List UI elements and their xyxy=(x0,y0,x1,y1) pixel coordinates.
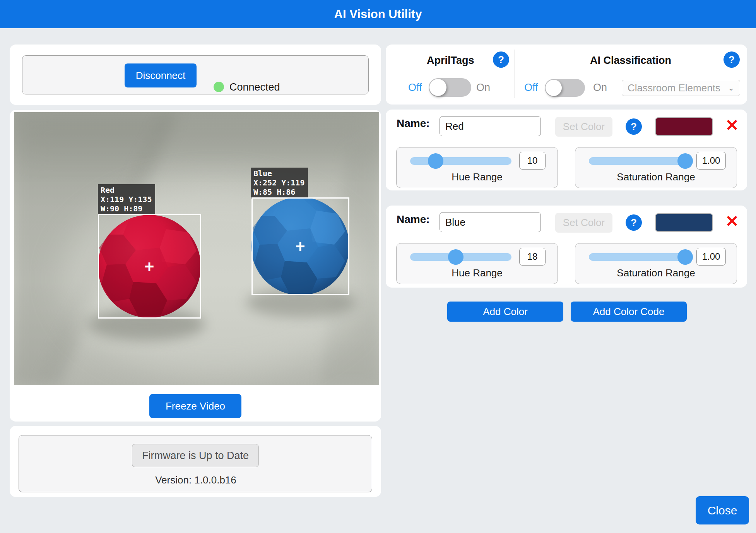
connection-panel: Disconnect Connected xyxy=(22,55,369,94)
disconnect-button[interactable]: Disconnect xyxy=(125,63,197,87)
apriltags-on-label: On xyxy=(476,82,490,94)
apriltags-title: AprilTags xyxy=(427,55,474,67)
color-name-input-blue[interactable] xyxy=(440,212,541,232)
detection-label-blue: Blue X:252 Y:119 W:85 H:86 xyxy=(251,168,308,199)
ai-classification-off-label: Off xyxy=(524,82,538,94)
name-label: Name: xyxy=(397,213,430,226)
saturation-range-value-blue[interactable] xyxy=(696,248,726,266)
page-title: AI Vision Utility xyxy=(334,7,422,21)
hue-range-group-red: Hue Range xyxy=(396,147,558,188)
delete-color-icon-blue[interactable]: ✕ xyxy=(723,212,741,231)
name-label: Name: xyxy=(397,117,430,130)
firmware-card: Firmware is Up to Date Version: 1.0.0.b1… xyxy=(10,426,381,497)
saturation-range-slider-blue[interactable] xyxy=(589,253,690,261)
model-select-value: Classroom Elements xyxy=(628,82,720,94)
apriltags-toggle-knob[interactable] xyxy=(429,79,446,96)
ai-classification-toggle[interactable] xyxy=(545,79,585,97)
hue-range-group-blue: Hue Range xyxy=(396,243,558,284)
detection-crosshair-red: + xyxy=(142,259,157,274)
hue-range-value-blue[interactable] xyxy=(519,248,546,266)
set-color-button-blue[interactable]: Set Color xyxy=(555,213,612,233)
detection-crosshair-blue: + xyxy=(292,238,308,254)
firmware-version-label: Version: 1.0.0.b16 xyxy=(19,474,373,486)
saturation-range-slider-knob-blue[interactable] xyxy=(677,249,693,265)
ai-classification-on-label: On xyxy=(593,82,607,94)
detection-red-position: X:119 Y:135 xyxy=(101,195,152,204)
set-color-button-red[interactable]: Set Color xyxy=(555,117,612,137)
section-divider xyxy=(515,50,515,98)
apriltags-off-label: Off xyxy=(408,82,422,94)
hue-range-slider-red[interactable] xyxy=(410,157,511,165)
hue-range-slider-knob-blue[interactable] xyxy=(448,249,464,265)
saturation-range-slider-knob-red[interactable] xyxy=(677,153,693,169)
add-color-code-button[interactable]: Add Color Code xyxy=(571,302,687,322)
saturation-range-label: Saturation Range xyxy=(575,267,737,279)
chevron-down-icon: ⌄ xyxy=(728,83,734,93)
ai-classification-toggle-knob[interactable] xyxy=(546,80,562,96)
hue-range-slider-blue[interactable] xyxy=(410,253,511,261)
detection-blue-position: X:252 Y:119 xyxy=(253,178,304,187)
delete-color-icon-red[interactable]: ✕ xyxy=(723,116,741,135)
apriltags-help-icon[interactable]: ? xyxy=(493,51,509,68)
model-select-dropdown[interactable]: Classroom Elements ⌄ xyxy=(622,80,740,96)
hue-range-label: Hue Range xyxy=(397,267,558,279)
saturation-range-value-red[interactable] xyxy=(696,152,726,170)
hue-range-label: Hue Range xyxy=(397,171,558,183)
connection-status-label: Connected xyxy=(229,81,280,93)
detection-blue-size: W:85 H:86 xyxy=(253,187,295,197)
hue-range-slider-knob-red[interactable] xyxy=(428,153,443,169)
firmware-panel: Firmware is Up to Date Version: 1.0.0.b1… xyxy=(19,435,372,492)
saturation-range-slider-red[interactable] xyxy=(589,157,690,165)
color-help-icon-red[interactable]: ? xyxy=(626,118,642,135)
detection-red-size: W:90 H:89 xyxy=(101,204,142,213)
saturation-range-group-red: Saturation Range xyxy=(575,147,737,188)
detection-blue-name: Blue xyxy=(253,169,272,178)
saturation-range-label: Saturation Range xyxy=(575,171,737,183)
ai-classification-help-icon[interactable]: ? xyxy=(724,51,740,68)
saturation-range-group-blue: Saturation Range xyxy=(575,243,737,284)
firmware-status-button: Firmware is Up to Date xyxy=(132,444,259,467)
color-help-icon-blue[interactable]: ? xyxy=(626,214,642,231)
connected-status-icon xyxy=(214,82,224,92)
video-card: Red X:119 Y:135 W:90 H:89 + Blue X:252 Y… xyxy=(10,110,381,422)
color-name-input-red[interactable] xyxy=(440,116,541,136)
freeze-video-button[interactable]: Freeze Video xyxy=(149,394,241,418)
connection-card: Disconnect Connected xyxy=(10,45,381,105)
apriltags-toggle[interactable] xyxy=(429,78,471,97)
color-signature-card-blue: Name: Set Color ? ✕ Hue Range Saturation… xyxy=(386,206,747,288)
hue-range-value-red[interactable] xyxy=(519,152,546,170)
color-swatch-red xyxy=(655,117,713,136)
detection-red-name: Red xyxy=(101,185,115,195)
title-bar: AI Vision Utility xyxy=(0,0,756,28)
color-swatch-blue xyxy=(655,213,713,232)
color-signature-card-red: Name: Set Color ? ✕ Hue Range Saturation… xyxy=(386,110,747,190)
close-button[interactable]: Close xyxy=(696,496,749,524)
detection-modes-card: AprilTags ? Off On AI Classification ? O… xyxy=(386,45,747,105)
camera-video-feed: Red X:119 Y:135 W:90 H:89 + Blue X:252 Y… xyxy=(14,112,379,385)
add-color-button[interactable]: Add Color xyxy=(447,302,563,322)
detection-label-red: Red X:119 Y:135 W:90 H:89 xyxy=(98,184,155,215)
ai-classification-title: AI Classification xyxy=(590,55,671,67)
